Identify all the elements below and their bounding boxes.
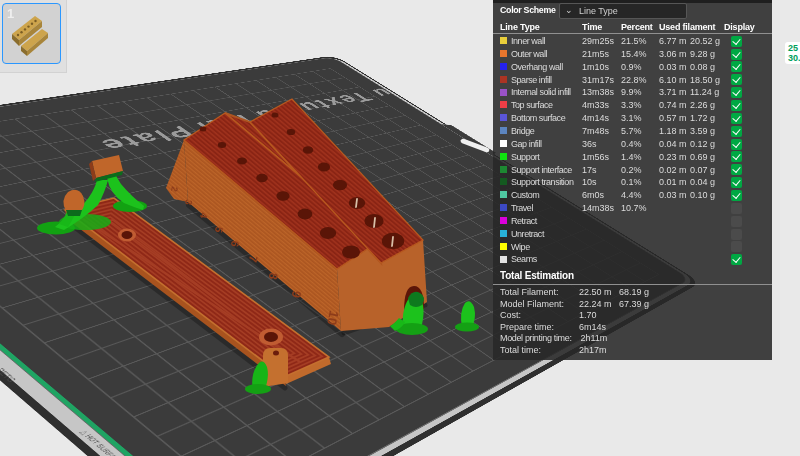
svg-text:9: 9 bbox=[289, 289, 304, 299]
svg-text:7: 7 bbox=[247, 255, 260, 264]
svg-text:6: 6 bbox=[229, 240, 242, 248]
svg-text:10: 10 bbox=[324, 309, 342, 326]
svg-text:3: 3 bbox=[183, 199, 195, 206]
